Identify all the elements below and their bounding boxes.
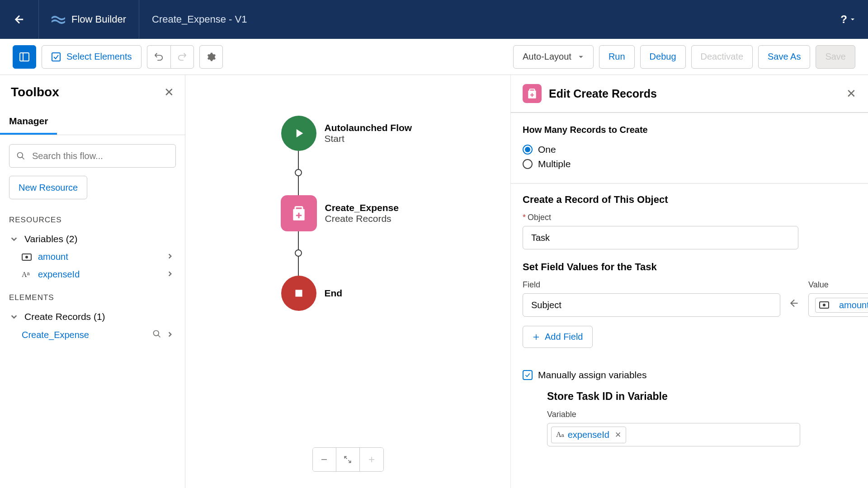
run-button[interactable]: Run xyxy=(599,45,635,69)
canvas[interactable]: Autolaunched Flow Start Create_Expense C… xyxy=(185,75,511,488)
panel-close-button[interactable]: ✕ xyxy=(846,87,856,101)
redo-button[interactable] xyxy=(170,45,194,69)
value-pill-label: amount xyxy=(839,300,868,310)
start-node-subtitle: Start xyxy=(325,133,415,144)
app-title-group: Flow Builder xyxy=(39,0,139,39)
radio-icon xyxy=(523,145,533,155)
svg-rect-7 xyxy=(295,290,302,296)
text-icon: Aa xyxy=(556,431,564,439)
save-as-button[interactable]: Save As xyxy=(758,45,810,69)
tab-manager[interactable]: Manager xyxy=(0,109,57,135)
end-node[interactable]: End xyxy=(281,276,415,311)
minus-icon xyxy=(320,455,328,464)
svg-line-4 xyxy=(22,157,24,160)
variable-pill-label: expenseId xyxy=(568,430,609,440)
caret-down-icon xyxy=(850,17,855,22)
chevron-right-icon xyxy=(164,270,176,279)
toolbox-close-button[interactable]: ✕ xyxy=(164,85,174,99)
new-resource-button[interactable]: New Resource xyxy=(9,176,87,199)
variable-input[interactable]: Aa expenseId ✕ xyxy=(547,423,800,446)
element-search-button[interactable] xyxy=(150,329,164,341)
gear-icon xyxy=(206,52,216,62)
zoom-out-button[interactable] xyxy=(313,448,336,471)
text-icon: Aa xyxy=(22,271,33,279)
add-element-connector[interactable] xyxy=(295,169,302,176)
set-values-section-title: Set Field Values for the Task xyxy=(523,261,856,273)
toolbox-panel: Toolbox ✕ Manager New Resource RESOURCES… xyxy=(0,75,185,488)
debug-button[interactable]: Debug xyxy=(640,45,686,69)
search-input[interactable] xyxy=(9,144,176,168)
add-element-connector[interactable] xyxy=(295,249,302,257)
field-value: Subject xyxy=(531,300,561,310)
arrow-left-icon xyxy=(13,13,26,26)
panel-icon xyxy=(19,52,29,61)
radio-one-label: One xyxy=(538,144,556,155)
value-label: Value xyxy=(808,280,868,290)
svg-rect-2 xyxy=(52,53,60,61)
svg-line-6 xyxy=(158,335,160,338)
start-node[interactable]: Autolaunched Flow Start xyxy=(281,116,415,151)
back-button[interactable] xyxy=(0,0,39,39)
how-many-label: How Many Records to Create xyxy=(523,125,856,135)
app-header: Flow Builder Create_Expense - V1 ? xyxy=(0,0,868,39)
value-input[interactable]: amount xyxy=(808,293,868,317)
create-expense-node-subtitle: Create Records xyxy=(325,213,415,224)
remove-pill-button[interactable]: ✕ xyxy=(615,430,621,440)
start-node-icon xyxy=(281,116,316,151)
create-expense-node[interactable]: Create_Expense Create Records xyxy=(281,195,415,231)
variable-expense-id[interactable]: Aa expenseId xyxy=(9,266,176,283)
radio-one[interactable]: One xyxy=(523,142,856,157)
select-elements-label: Select Elements xyxy=(66,52,132,62)
manually-assign-checkbox[interactable]: Manually assign variables xyxy=(511,360,868,390)
checkbox-icon xyxy=(523,370,533,380)
field-input[interactable]: Subject xyxy=(523,293,780,317)
end-node-icon xyxy=(281,276,316,311)
search-icon xyxy=(16,151,25,160)
create-expense-node-title: Create_Expense xyxy=(325,202,415,213)
save-button[interactable]: Save xyxy=(816,45,855,69)
toggle-toolbox-button[interactable] xyxy=(13,45,36,69)
radio-icon xyxy=(523,159,533,169)
caret-down-icon xyxy=(578,54,584,60)
zoom-in-button[interactable] xyxy=(360,448,383,471)
add-field-button[interactable]: Add Field xyxy=(523,326,593,348)
variable-amount[interactable]: amount xyxy=(9,248,176,266)
undo-button[interactable] xyxy=(147,45,170,69)
radio-multiple[interactable]: Multiple xyxy=(523,157,856,171)
settings-button[interactable] xyxy=(199,45,223,69)
add-field-label: Add Field xyxy=(545,332,583,342)
create-record-section-title: Create a Record of This Object xyxy=(523,194,856,206)
help-menu[interactable]: ? xyxy=(828,13,868,26)
fit-to-screen-button[interactable] xyxy=(336,448,360,471)
variables-group[interactable]: Variables (2) xyxy=(9,230,176,248)
layout-mode-select[interactable]: Auto-Layout xyxy=(513,45,594,69)
svg-point-5 xyxy=(154,331,159,336)
play-icon xyxy=(292,126,306,141)
currency-icon xyxy=(819,301,831,309)
toolbar: Select Elements Auto-Layout Run Debug De… xyxy=(0,39,868,75)
store-variable-title: Store Task ID in Variable xyxy=(547,390,832,403)
flow-icon xyxy=(52,13,65,26)
deactivate-button[interactable]: Deactivate xyxy=(691,45,753,69)
elements-section-label: ELEMENTS xyxy=(9,293,176,302)
object-label: Object xyxy=(528,213,551,222)
fit-icon xyxy=(344,455,352,464)
main-area: Toolbox ✕ Manager New Resource RESOURCES… xyxy=(0,75,868,488)
arrow-left-icon xyxy=(788,297,800,311)
stop-icon xyxy=(293,287,305,299)
object-input[interactable]: Task xyxy=(523,226,798,249)
chevron-down-icon xyxy=(9,235,19,243)
plus-icon xyxy=(532,333,540,341)
variable-expense-id-label: expenseId xyxy=(38,269,164,280)
svg-rect-0 xyxy=(20,53,29,61)
create-records-group[interactable]: Create Records (1) xyxy=(9,308,176,326)
select-elements-button[interactable]: Select Elements xyxy=(42,45,142,69)
variables-group-label: Variables (2) xyxy=(24,234,78,244)
flow-name-tab: Create_Expense - V1 xyxy=(139,14,259,25)
variable-label: Variable xyxy=(547,410,832,419)
create-records-group-label: Create Records (1) xyxy=(24,311,105,322)
clipboard-plus-icon xyxy=(526,88,538,99)
clipboard-plus-icon xyxy=(290,205,307,222)
element-create-expense[interactable]: Create_Expense xyxy=(9,326,176,344)
chevron-right-icon xyxy=(164,331,176,340)
